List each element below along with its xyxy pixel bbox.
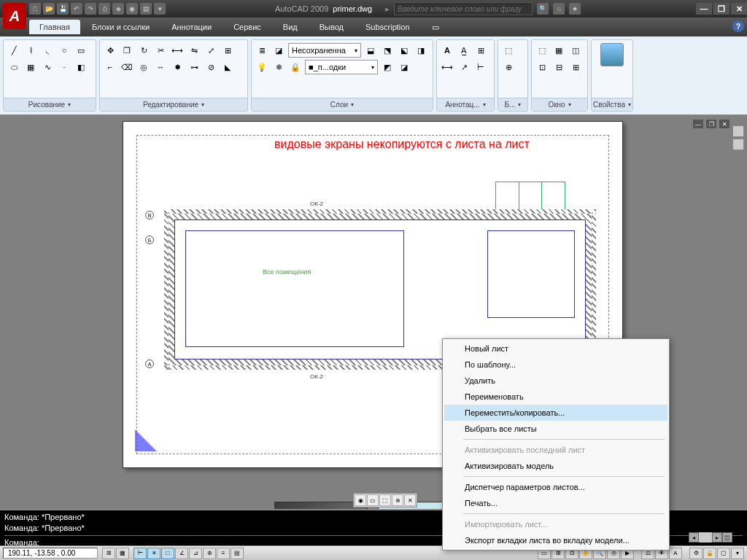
arc-icon[interactable]: ◟ (40, 43, 55, 58)
lwt-icon[interactable]: ≡ (217, 548, 230, 559)
layer-on-icon[interactable]: 💡 (255, 60, 269, 74)
dyn-icon[interactable]: ⊕ (203, 548, 216, 559)
qat-btn[interactable]: ◉ (126, 3, 138, 15)
panel-title-block[interactable]: Б... (498, 98, 527, 111)
doc-minimize-icon[interactable]: — (693, 120, 703, 128)
layer-tool-icon[interactable]: ⬔ (380, 43, 395, 58)
mtext-icon[interactable]: A̲ (457, 43, 471, 58)
vp-icon[interactable]: ⊡ (535, 60, 549, 74)
point-icon[interactable]: · (57, 60, 71, 74)
snap-icon[interactable]: ⊞ (102, 548, 115, 559)
panel-title-window[interactable]: Окно (532, 98, 587, 111)
panel-title-edit[interactable]: Редактирование (100, 98, 247, 111)
nav-btn[interactable]: ▭ (367, 494, 379, 506)
layer-freeze-icon[interactable]: ❄ (271, 60, 286, 74)
layer-tool-icon[interactable]: ◨ (414, 43, 428, 58)
qat-undo-icon[interactable]: ↶ (71, 3, 82, 15)
qat-redo-icon[interactable]: ↷ (85, 3, 96, 15)
qat-more-icon[interactable]: ▾ (154, 3, 166, 15)
ctx-page-setup[interactable]: Диспетчер параметров листов... (444, 479, 667, 495)
doc-restore-icon[interactable]: ❐ (706, 120, 716, 128)
text-icon[interactable]: A (440, 43, 454, 58)
line-icon[interactable]: ╱ (7, 43, 21, 58)
region-icon[interactable]: ◧ (74, 60, 88, 74)
tab-blocks[interactable]: Блоки и ссылки (82, 20, 160, 34)
erase-icon[interactable]: ⌫ (120, 60, 134, 74)
qat-btn[interactable]: ◈ (112, 3, 124, 15)
grid-icon[interactable]: ▦ (116, 548, 129, 559)
polar-icon[interactable]: ✳ (147, 548, 160, 559)
scroll-left-icon[interactable]: ◂ (689, 532, 699, 542)
array-icon[interactable]: ⊞ (220, 43, 235, 58)
dim-icon[interactable]: ⟷ (440, 60, 454, 74)
minimize-button[interactable]: — (696, 3, 712, 15)
ctx-move-copy[interactable]: Переместить/копировать... (444, 405, 667, 421)
trim-icon[interactable]: ✂ (153, 43, 168, 58)
infocenter-icon[interactable]: ⌂ (553, 3, 565, 15)
ctx-export-layout[interactable]: Экспорт вкладки листа во вкладку модели.… (444, 532, 667, 548)
vp-icon[interactable]: ▦ (551, 43, 566, 58)
circle-icon[interactable]: ○ (57, 43, 71, 58)
table-icon[interactable]: ⊞ (473, 43, 488, 58)
rect-icon[interactable]: ▭ (74, 43, 88, 58)
ctx-plot[interactable]: Печать... (444, 495, 667, 511)
hatch-icon[interactable]: ▦ (23, 60, 38, 74)
qat-print-icon[interactable]: ⎙ (98, 3, 110, 15)
vp-icon[interactable]: ◫ (568, 43, 583, 58)
search-go-icon[interactable]: 🔍 (537, 3, 549, 15)
search-input[interactable] (394, 2, 533, 15)
layerstate-icon[interactable]: ◪ (271, 43, 286, 58)
move-icon[interactable]: ✥ (103, 43, 117, 58)
panel-title-draw[interactable]: Рисование (4, 98, 96, 111)
scroll-right-icon[interactable]: ▸ (712, 532, 722, 542)
close-button[interactable]: ✕ (731, 3, 747, 15)
ctx-select-all[interactable]: Выбрать все листы (444, 421, 667, 437)
tab-view[interactable]: Вид (273, 20, 308, 34)
chamfer-icon[interactable]: ◣ (220, 60, 235, 74)
dim-icon[interactable]: ⊢ (473, 60, 488, 74)
annoauto-icon[interactable]: A (669, 548, 682, 559)
tab-extra-icon[interactable]: ▭ (422, 20, 449, 35)
nav-btn[interactable]: ⬚ (379, 494, 391, 506)
clean-screen-icon[interactable]: ▢ (717, 548, 730, 559)
leader-icon[interactable]: ↗ (457, 60, 471, 74)
rotate-icon[interactable]: ↻ (136, 43, 151, 58)
spline-icon[interactable]: ∿ (40, 60, 55, 74)
vp-icon[interactable]: ⊟ (551, 60, 566, 74)
qat-btn[interactable]: ▤ (140, 3, 152, 15)
explode-icon[interactable]: ✸ (170, 60, 185, 74)
tab-output[interactable]: Вывод (309, 20, 354, 34)
ws-switch-icon[interactable]: ⚙ (689, 548, 703, 559)
fillet-icon[interactable]: ⌐ (103, 60, 117, 74)
ctx-rename[interactable]: Переименовать (444, 389, 667, 405)
qat-new-icon[interactable]: □ (29, 3, 41, 15)
tray-expand-icon[interactable]: ▾ (731, 548, 744, 559)
layerprops-icon[interactable]: ≣ (255, 43, 269, 58)
layer-tool-icon[interactable]: ◪ (397, 60, 411, 74)
panel-title-annot[interactable]: Аннотац... (437, 98, 494, 111)
layer-state-combo[interactable]: Несохраненна (288, 43, 361, 58)
ellipse-icon[interactable]: ⬭ (7, 60, 21, 74)
tab-service[interactable]: Сервис (223, 20, 271, 34)
scale-icon[interactable]: ⤢ (204, 43, 218, 58)
lock-ui-icon[interactable]: 🔒 (703, 548, 716, 559)
qat-open-icon[interactable]: 📂 (43, 3, 55, 15)
otrack-icon[interactable]: ∠ (175, 548, 188, 559)
properties-big-icon[interactable] (600, 43, 624, 66)
vp-icon[interactable]: ⊞ (568, 60, 583, 74)
current-layer-combo[interactable]: ■_п...одки (305, 60, 378, 74)
layer-lock-icon[interactable]: 🔒 (288, 60, 303, 74)
maximize-button[interactable]: ❐ (713, 3, 729, 15)
mirror-icon[interactable]: ⇋ (187, 43, 201, 58)
offset-icon[interactable]: ◎ (136, 60, 151, 74)
block-icon[interactable]: ⬚ (501, 43, 516, 58)
layer-tool-icon[interactable]: ◩ (380, 60, 395, 74)
break-icon[interactable]: ⊘ (204, 60, 218, 74)
star-icon[interactable]: ★ (569, 3, 581, 15)
layer-tool-icon[interactable]: ⬓ (363, 43, 378, 58)
doc-close-icon[interactable]: ✕ (719, 120, 729, 128)
qp-icon[interactable]: ▤ (231, 548, 244, 559)
insert-icon[interactable]: ⊕ (501, 60, 516, 74)
stretch-icon[interactable]: ↔ (153, 60, 168, 74)
nav-btn[interactable]: ◉ (355, 494, 366, 506)
